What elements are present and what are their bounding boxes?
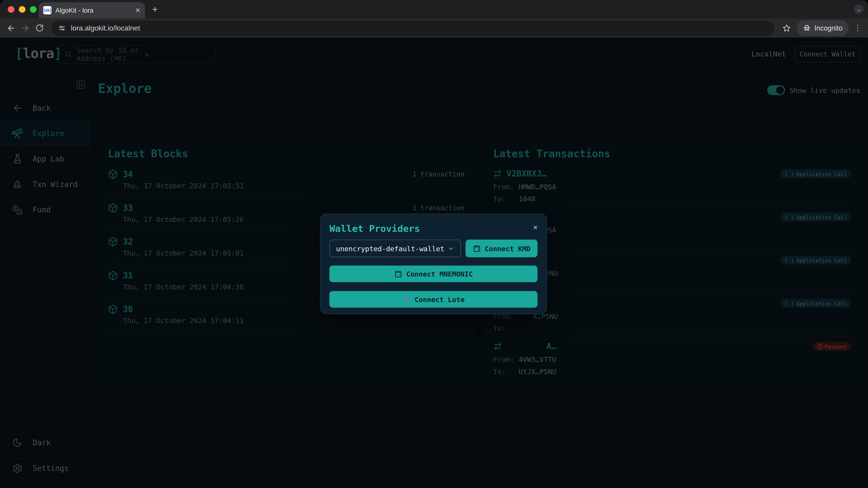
modal-title: Wallet Providers: [329, 223, 420, 234]
incognito-badge: Incognito: [797, 20, 849, 36]
url-text: lora.algokit.io/localnet: [71, 24, 140, 32]
lute-logo-icon: [402, 295, 411, 304]
bookmark-star-icon[interactable]: [782, 24, 791, 32]
browser-menu-icon[interactable]: ⋮: [854, 27, 862, 29]
tab-title: AlgoKit - lora: [55, 6, 131, 14]
wallet-icon: [472, 244, 481, 253]
reload-icon[interactable]: [35, 24, 44, 32]
incognito-icon: [803, 24, 811, 32]
forward-icon[interactable]: [21, 24, 30, 32]
wallet-providers-modal: Wallet Providers ✕ unencrypted-default-w…: [320, 214, 547, 314]
address-bar[interactable]: lora.algokit.io/localnet: [52, 20, 775, 36]
wallet-select[interactable]: unencrypted-default-wallet: [329, 239, 461, 257]
tab-close-icon[interactable]: ✕: [135, 6, 141, 14]
back-icon[interactable]: [6, 24, 16, 32]
wallet-icon: [394, 270, 402, 278]
tab-bar: [ak] AlgoKit - lora ✕ + ⌄: [0, 0, 868, 18]
connect-mnemonic-button[interactable]: Connect MNEMONIC: [329, 266, 537, 282]
connect-kmd-button[interactable]: Connect KMD: [466, 239, 537, 257]
wallet-select-value: unencrypted-default-wallet: [336, 244, 444, 253]
window-zoom-button[interactable]: [30, 6, 36, 13]
modal-close-icon[interactable]: ✕: [533, 223, 537, 231]
browser-window: [ak] AlgoKit - lora ✕ + ⌄ lora.algokit.i…: [0, 0, 868, 488]
connect-lute-button[interactable]: Connect Lute: [329, 291, 537, 307]
tab-favicon: [ak]: [43, 6, 52, 14]
chevron-down-icon: [447, 245, 455, 252]
browser-tab[interactable]: [ak] AlgoKit - lora ✕: [39, 2, 145, 18]
browser-toolbar: lora.algokit.io/localnet Incognito ⋮: [0, 18, 868, 38]
window-minimize-button[interactable]: [19, 6, 25, 13]
tab-search-icon[interactable]: ⌄: [854, 4, 864, 14]
site-settings-icon[interactable]: [58, 24, 66, 32]
incognito-label: Incognito: [814, 24, 842, 32]
window-close-button[interactable]: [8, 6, 14, 13]
new-tab-button[interactable]: +: [152, 4, 158, 15]
lora-app: [lora] Search by ID or Address (⌘K) ✕ Lo…: [0, 38, 868, 488]
window-controls: [8, 6, 36, 13]
